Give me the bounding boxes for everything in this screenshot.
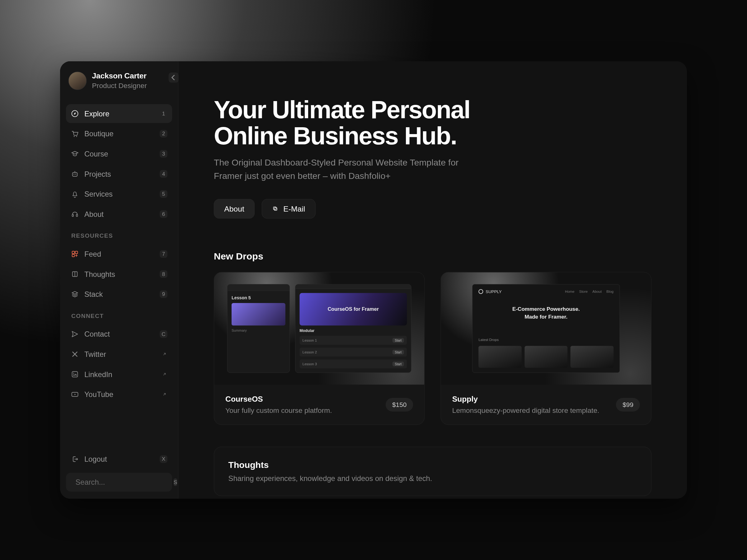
shortcut-key: C (160, 330, 168, 338)
shortcut-key: 8 (160, 270, 168, 278)
mock-window: SUPPLY HomeStoreAboutBlog E-Commerce Pow… (472, 284, 620, 373)
sidebar-item-thoughts[interactable]: Thoughts 8 (66, 265, 172, 284)
logout-icon (71, 455, 79, 463)
compass-icon (71, 109, 79, 118)
sidebar-item-label: About (84, 210, 154, 218)
shortcut-key: 1 (160, 110, 168, 117)
sidebar-item-linkedin[interactable]: LinkedIn (66, 365, 172, 384)
drops-grid: Lesson 5 Summary CourseOS for Framer Mod… (214, 272, 651, 425)
card-desc: Your fully custom course platform. (225, 406, 380, 415)
price-badge: $99 (616, 398, 640, 411)
external-link-icon (161, 351, 168, 357)
card-meta: Supply Lemonsqueezy-powered digital stor… (441, 385, 651, 425)
profile-role: Product Designer (92, 82, 147, 90)
mock-section: Modular (300, 328, 407, 333)
mock-row-label: Lesson 2 (303, 350, 317, 354)
profile-name: Jackson Carter (92, 71, 147, 80)
shortcut-key: 3 (160, 150, 168, 158)
sidebar-item-label: Contact (84, 330, 154, 339)
section-label-resources: RESOURCES (66, 224, 172, 244)
avatar (69, 72, 87, 90)
x-logo-icon (71, 350, 79, 358)
shortcut-key: 7 (160, 250, 168, 258)
sidebar-item-twitter[interactable]: Twitter (66, 345, 172, 364)
card-thumbnail: Lesson 5 Summary CourseOS for Framer Mod… (214, 272, 424, 385)
button-label: About (224, 205, 244, 213)
shortcut-key: 6 (160, 210, 168, 218)
bell-icon (71, 190, 79, 198)
mock-row-action: Start (392, 362, 404, 367)
about-button[interactable]: About (214, 199, 255, 219)
profile-block[interactable]: Jackson Carter Product Designer (66, 71, 172, 92)
sidebar-item-label: Logout (84, 455, 154, 463)
main-content: Your Ultimate Personal Online Business H… (178, 61, 687, 499)
mock-strip-label: Latest Drops (479, 338, 614, 342)
mock-window: CourseOS for Framer Modular Lesson 1Star… (295, 284, 411, 373)
card-desc: Lemonsqueezy-powered digital store templ… (452, 406, 610, 415)
card-title: CourseOS (225, 395, 380, 404)
mock-headline: E-Commerce Powerhouse. (512, 305, 580, 313)
sidebar-item-label: YouTube (84, 390, 156, 399)
page-subtitle: The Original Dashboard-Styled Personal W… (214, 156, 480, 182)
search-input[interactable] (75, 478, 169, 486)
sidebar: Jackson Carter Product Designer Explore … (60, 61, 178, 499)
drop-card-supply[interactable]: SUPPLY HomeStoreAboutBlog E-Commerce Pow… (441, 272, 651, 425)
sidebar-item-feed[interactable]: Feed 7 (66, 244, 172, 264)
sidebar-item-explore[interactable]: Explore 1 (66, 104, 172, 123)
sidebar-item-youtube[interactable]: YouTube (66, 385, 172, 404)
layers-icon (71, 290, 79, 298)
mock-lesson-title: Lesson 5 (232, 295, 285, 300)
mock-row-label: Lesson 1 (303, 339, 317, 343)
shortcut-key: X (160, 455, 168, 463)
copy-icon (272, 206, 279, 212)
external-link-icon (161, 371, 168, 377)
sidebar-item-label: Boutique (84, 129, 154, 138)
chevron-left-icon (169, 73, 179, 82)
sidebar-item-contact[interactable]: Contact C (66, 324, 172, 344)
button-label: E-Mail (283, 205, 305, 213)
shortcut-key: 9 (160, 290, 168, 298)
sidebar-item-boutique[interactable]: Boutique 2 (66, 124, 172, 143)
linkedin-icon (71, 370, 79, 379)
search-bar[interactable]: S (66, 473, 172, 491)
mock-brand: SUPPLY (479, 289, 502, 294)
shortcut-key: 2 (160, 130, 168, 137)
drop-card-courseos[interactable]: Lesson 5 Summary CourseOS for Framer Mod… (214, 272, 424, 425)
sidebar-item-stack[interactable]: Stack 9 (66, 285, 172, 304)
sidebar-item-services[interactable]: Services 5 (66, 185, 172, 204)
shortcut-key: S (174, 478, 177, 486)
sidebar-item-label: Stack (84, 290, 154, 299)
sidebar-item-logout[interactable]: Logout X (66, 450, 172, 469)
external-link-icon (161, 391, 168, 397)
shortcut-key: 5 (160, 190, 168, 198)
thoughts-section[interactable]: Thoughts Sharing experiences, knowledge … (214, 447, 651, 496)
nav-primary: Explore 1 Boutique 2 Course 3 Projects 4… (66, 104, 172, 224)
mock-window: Lesson 5 Summary (227, 284, 290, 373)
card-thumbnail: SUPPLY HomeStoreAboutBlog E-Commerce Pow… (441, 272, 651, 385)
nav-connect: Contact C Twitter LinkedIn YouTube (66, 324, 172, 404)
card-title: Supply (452, 395, 610, 404)
mock-hero: CourseOS for Framer (300, 293, 407, 326)
sidebar-item-label: Course (84, 150, 154, 158)
headphones-icon (71, 210, 79, 218)
cart-icon (71, 129, 79, 138)
mock-headline: Made for Framer. (524, 313, 567, 321)
mock-row-label: Lesson 3 (303, 362, 317, 366)
email-button[interactable]: E-Mail (262, 199, 316, 219)
sidebar-item-label: LinkedIn (84, 370, 156, 379)
sidebar-item-label: Projects (84, 169, 154, 178)
mock-row-action: Start (392, 350, 404, 355)
cta-row: About E-Mail (214, 199, 651, 219)
book-icon (71, 270, 79, 278)
collapse-sidebar-button[interactable] (169, 73, 179, 82)
sidebar-item-label: Explore (84, 109, 154, 118)
page-title: Your Ultimate Personal Online Business H… (214, 97, 510, 149)
shortcut-key: 4 (160, 170, 168, 178)
app-frame: Jackson Carter Product Designer Explore … (60, 61, 687, 499)
sidebar-item-label: Twitter (84, 350, 156, 359)
sidebar-item-projects[interactable]: Projects 4 (66, 165, 172, 184)
sidebar-item-course[interactable]: Course 3 (66, 144, 172, 163)
thoughts-desc: Sharing experiences, knowledge and video… (229, 475, 637, 483)
widget-icon (71, 250, 79, 258)
sidebar-item-about[interactable]: About 6 (66, 205, 172, 224)
